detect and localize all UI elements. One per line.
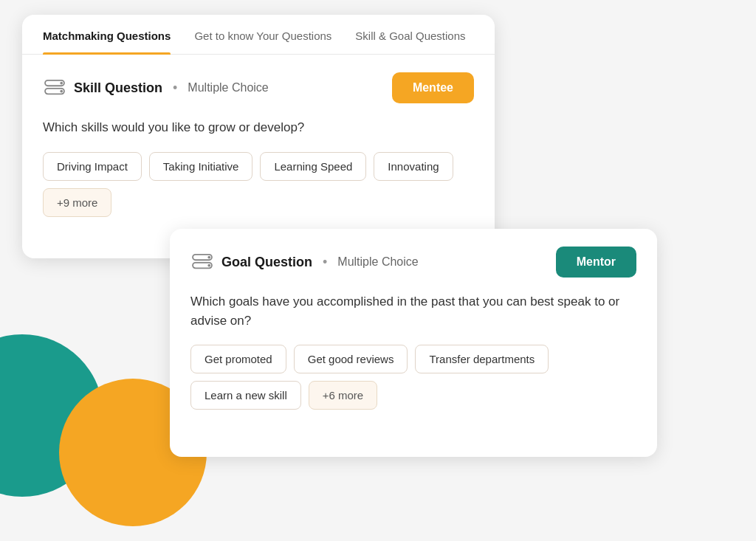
svg-point-7 [207,264,210,267]
skill-tags: Driving Impact Taking Initiative Learnin… [43,152,474,181]
goal-question-header: Goal Question • Multiple Choice Mentor [190,247,636,278]
skill-tags-more: +9 more [43,188,474,217]
question-type-row: Skill Question • Multiple Choice [43,76,269,100]
tag-more-skill[interactable]: +9 more [43,188,111,217]
svg-point-3 [60,90,63,93]
tab-gettoknow[interactable]: Get to know Your Questions [194,15,331,54]
tab-matchmaking[interactable]: Matchmaking Questions [43,15,171,54]
tag-learning-speed[interactable]: Learning Speed [260,152,366,181]
svg-point-6 [207,256,210,259]
tag-learn-new-skill[interactable]: Learn a new skill [190,381,301,410]
tag-transfer-departments[interactable]: Transfer departments [415,345,549,373]
mentee-badge[interactable]: Mentee [392,72,474,103]
tab-skillandgoal[interactable]: Skill & Goal Questions [355,15,465,54]
goal-question-text: Which goals have you accomplished in the… [190,292,636,330]
skill-question-text: Which skills would you like to grow or d… [43,118,474,137]
tag-innovating[interactable]: Innovating [374,152,453,181]
goal-question-card: Goal Question • Multiple Choice Mentor W… [170,229,657,457]
goal-tags-row2: Learn a new skill +6 more [190,381,636,410]
tag-get-promoted[interactable]: Get promoted [190,345,286,373]
question-header: Skill Question • Multiple Choice Mentee [43,72,474,103]
card2-body: Goal Question • Multiple Choice Mentor W… [170,229,657,427]
tag-more-goal[interactable]: +6 more [309,381,377,410]
tag-get-good-reviews[interactable]: Get good reviews [294,345,408,373]
goal-type-row: Goal Question • Multiple Choice [190,250,419,274]
skill-question-card: Matchmaking Questions Get to know Your Q… [22,15,495,258]
skill-icon [43,76,66,100]
tab-bar: Matchmaking Questions Get to know Your Q… [22,15,495,55]
card1-body: Skill Question • Multiple Choice Mentee … [22,55,495,235]
mentor-badge[interactable]: Mentor [556,247,636,278]
tag-taking-initiative[interactable]: Taking Initiative [149,152,253,181]
goal-tags-row1: Get promoted Get good reviews Transfer d… [190,345,636,373]
goal-icon [190,250,214,274]
svg-point-2 [60,82,63,85]
tag-driving-impact[interactable]: Driving Impact [43,152,142,181]
